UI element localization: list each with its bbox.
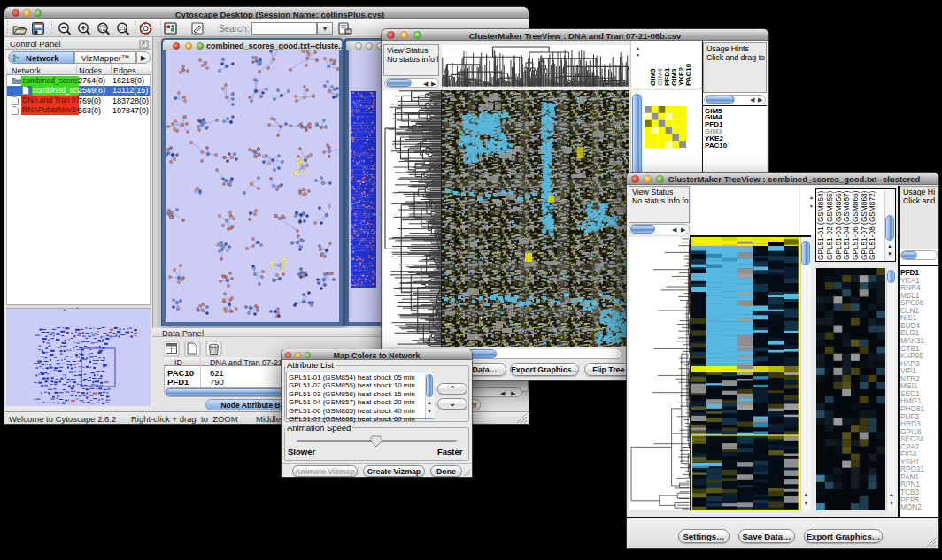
svg-text:GPL51-03 (GSM856): GPL51-03 (GSM856): [834, 190, 843, 260]
svg-text:1:1: 1:1: [119, 26, 126, 31]
svg-text:PAC10: PAC10: [684, 63, 692, 86]
svg-text:GPL51-02 (GSM855): GPL51-02 (GSM855): [825, 190, 834, 260]
svg-text:GPL51-01 (GSM854): GPL51-01 (GSM854): [816, 190, 825, 260]
svg-text:GPL51-04 (GSM857): GPL51-04 (GSM857): [842, 190, 851, 260]
svg-text:GPL51-08 (GSM872): GPL51-08 (GSM872): [868, 190, 876, 260]
svg-text:GPL51-07 (GSM868): GPL51-07 (GSM868): [860, 190, 869, 260]
svg-text:GPL51-06 (GSM865): GPL51-06 (GSM865): [851, 190, 860, 260]
